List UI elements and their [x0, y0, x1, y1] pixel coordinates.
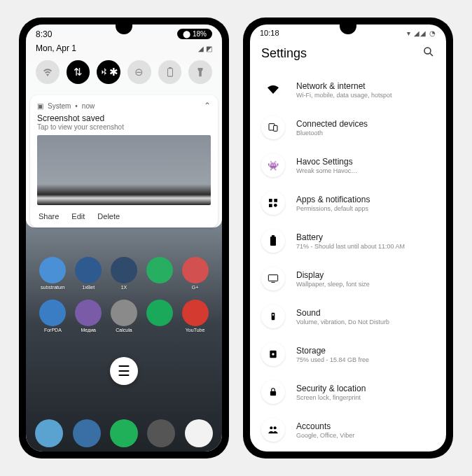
- date-row: Mon, Apr 1 ◢ ◩: [26, 41, 222, 57]
- svg-rect-8: [269, 204, 272, 207]
- svg-rect-14: [272, 313, 275, 321]
- setting-item-havoc[interactable]: 👾Havoc SettingsWreak some Havoc…: [261, 146, 435, 184]
- security-icon: [261, 380, 285, 404]
- setting-item-sound[interactable]: SoundVolume, vibration, Do Not Disturb: [261, 298, 435, 335]
- svg-rect-5: [274, 125, 277, 131]
- svg-point-20: [274, 426, 277, 429]
- setting-label: Havoc Settings: [296, 157, 435, 167]
- app-label: G+: [192, 285, 199, 290]
- chevron-up-icon[interactable]: ⌃: [204, 101, 211, 111]
- setting-item-storage[interactable]: Storage75% used - 15.84 GB free: [261, 335, 435, 373]
- app-icon[interactable]: Медиа: [73, 300, 104, 332]
- menu-fab[interactable]: ☰: [110, 357, 138, 385]
- notification-shade: 8:30 ⬤ 18% Mon, Apr 1 ◢ ◩ ⇅ ✱ ⊖ ▣ System…: [26, 24, 222, 227]
- settings-list: Network & internetWi-Fi, mobile, data us…: [250, 71, 446, 449]
- dock-app[interactable]: [185, 419, 213, 447]
- app-icon[interactable]: 1X: [109, 257, 140, 290]
- app-icon[interactable]: [144, 300, 175, 332]
- setting-subtitle: Wreak some Havoc…: [296, 167, 435, 174]
- app-icon[interactable]: YouTube: [179, 300, 211, 332]
- svg-point-2: [424, 48, 431, 54]
- havoc-icon: 👾: [261, 153, 285, 177]
- notification-card[interactable]: ▣ System • now ⌃ Screenshot saved Tap to…: [30, 95, 218, 227]
- devices-icon: [261, 115, 285, 139]
- date-label: Mon, Apr 1: [36, 43, 76, 53]
- svg-rect-6: [269, 199, 272, 202]
- setting-subtitle: Wallpaper, sleep, font size: [296, 281, 435, 288]
- quick-settings: ⇅ ✱ ⊖: [26, 57, 222, 91]
- svg-point-9: [274, 204, 277, 207]
- apps-icon: [261, 191, 285, 215]
- action-edit[interactable]: Edit: [71, 212, 85, 220]
- app-icon[interactable]: Calcula: [109, 300, 140, 332]
- qs-flashlight[interactable]: [188, 60, 212, 84]
- app-label: Calcula: [116, 328, 132, 332]
- app-label: substratum: [41, 285, 65, 290]
- setting-subtitle: 71% - Should last until about 11:00 AM: [296, 243, 435, 250]
- setting-item-security[interactable]: Security & locationScreen lock, fingerpr…: [261, 373, 435, 411]
- setting-item-apps[interactable]: Apps & notificationsPermissions, default…: [261, 184, 435, 222]
- phone-left: 8:30 ⬤ 18% Mon, Apr 1 ◢ ◩ ⇅ ✱ ⊖ ▣ System…: [19, 18, 229, 458]
- notification-header: ▣ System • now ⌃: [30, 95, 218, 112]
- setting-subtitle: Volume, vibration, Do Not Disturb: [296, 318, 435, 326]
- app-circle: [182, 300, 209, 326]
- setting-item-battery[interactable]: Battery71% - Should last until about 11:…: [261, 222, 435, 260]
- page-title: Settings: [261, 46, 307, 61]
- android-icon: ▣: [37, 102, 43, 110]
- app-label: YouTube: [186, 328, 205, 332]
- app-icon[interactable]: ForPDA: [37, 300, 69, 332]
- app-circle: [182, 257, 209, 284]
- setting-label: Security & location: [296, 384, 435, 393]
- notification-actions: Share Edit Delete: [30, 205, 218, 227]
- action-share[interactable]: Share: [39, 212, 59, 220]
- qs-bluetooth[interactable]: ✱: [97, 60, 120, 84]
- svg-rect-18: [270, 391, 276, 396]
- notification-when: now: [82, 102, 95, 110]
- storage-icon: [261, 342, 285, 366]
- app-circle: [75, 300, 102, 326]
- app-circle: [39, 300, 66, 326]
- app-icon[interactable]: [144, 257, 175, 290]
- setting-subtitle: Bluetooth: [296, 130, 435, 136]
- action-delete[interactable]: Delete: [97, 212, 120, 220]
- dock-app[interactable]: [73, 419, 101, 447]
- svg-point-17: [272, 353, 275, 356]
- setting-subtitle: Screen lock, fingerprint: [296, 394, 435, 401]
- svg-rect-1: [169, 67, 172, 69]
- status-icons: ▾ ◢◢ ◔: [407, 29, 436, 37]
- dock-app[interactable]: [35, 419, 63, 447]
- battery-pill[interactable]: ⬤ 18%: [177, 29, 212, 39]
- setting-label: Battery: [296, 232, 435, 242]
- battery-icon: [261, 229, 285, 253]
- signal-icons: ◢ ◩: [198, 45, 212, 52]
- screenshot-thumbnail[interactable]: [37, 135, 211, 205]
- app-circle: [146, 300, 173, 326]
- qs-dnd[interactable]: ⊖: [127, 60, 151, 84]
- setting-label: Display: [296, 270, 435, 280]
- qs-wifi[interactable]: [36, 60, 60, 84]
- setting-item-accounts[interactable]: AccountsGoogle, Office, Viber: [261, 411, 435, 449]
- svg-rect-11: [272, 235, 275, 237]
- qs-mobile-data[interactable]: ⇅: [67, 60, 90, 84]
- dock-app[interactable]: [147, 419, 175, 447]
- app-icon[interactable]: substratum: [37, 257, 69, 290]
- search-icon[interactable]: [422, 46, 435, 61]
- svg-line-3: [430, 53, 433, 56]
- app-icon[interactable]: 1xBet: [73, 257, 104, 290]
- app-label: ForPDA: [44, 328, 62, 332]
- setting-label: Accounts: [296, 421, 435, 431]
- screen-right: 10:18 ▾ ◢◢ ◔ Settings Network & internet…: [250, 24, 446, 451]
- app-icon[interactable]: G+: [179, 257, 211, 290]
- setting-label: Storage: [296, 346, 435, 356]
- setting-item-display[interactable]: DisplayWallpaper, sleep, font size: [261, 260, 435, 298]
- dock-app[interactable]: [110, 419, 138, 447]
- setting-item-devices[interactable]: Connected devicesBluetooth: [261, 108, 435, 146]
- setting-item-wifi-solid[interactable]: Network & internetWi-Fi, mobile, data us…: [261, 71, 435, 108]
- notification-subtitle: Tap to view your screenshot: [30, 123, 218, 135]
- qs-battery-saver[interactable]: [158, 60, 182, 84]
- setting-label: Sound: [296, 308, 435, 318]
- accounts-icon: [261, 418, 285, 442]
- sound-icon: [261, 304, 285, 328]
- notification-title: Screenshot saved: [30, 112, 218, 123]
- setting-subtitle: 75% used - 15.84 GB free: [296, 356, 435, 363]
